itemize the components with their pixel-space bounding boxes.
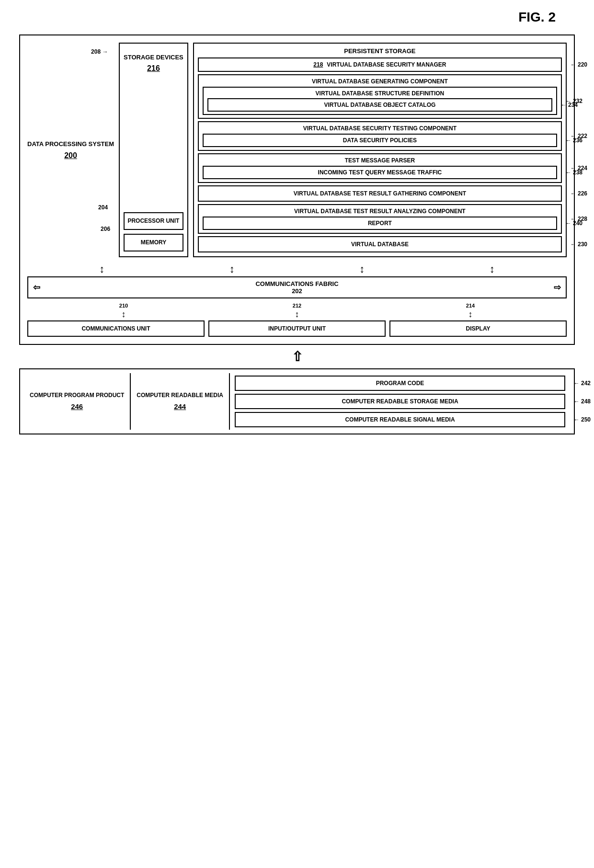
- storage-devices-label: STORAGE DEVICES: [124, 53, 183, 62]
- virtual-database-label: VIRTUAL DATABASE: [203, 241, 557, 248]
- ref-218: 218: [313, 61, 323, 68]
- arrow-4: ↕: [490, 263, 495, 275]
- ref-232: ← 232: [566, 98, 583, 104]
- io-boxes-row: COMMUNICATIONS UNIT INPUT/OUTPUT UNIT DI…: [27, 320, 567, 337]
- io-section: 210 ↕ 212 ↕ 214 ↕ COMMUNICATIONS UNIT: [27, 301, 567, 337]
- io-arrow-3: ↕: [384, 309, 557, 320]
- virtual-database-box: VIRTUAL DATABASE ← 230: [198, 236, 562, 252]
- arrow-2: ↕: [229, 263, 235, 275]
- io-unit-box: INPUT/OUTPUT UNIT: [208, 320, 386, 337]
- arrow-1: ↕: [99, 263, 104, 275]
- object-catalog-box: VIRTUAL DATABASE OBJECT CATALOG ← 234: [207, 98, 552, 112]
- dps-label: DATA PROCESSING SYSTEM: [27, 140, 114, 148]
- generating-component-label: VIRTUAL DATABASE GENERATING COMPONENT: [203, 78, 557, 85]
- structure-def-label: VIRTUAL DATABASE STRUCTURE DEFINITION: [207, 90, 552, 97]
- cpp-inner: COMPUTER PROGRAM PRODUCT 246 COMPUTER RE…: [24, 373, 570, 430]
- gathering-label: VIRTUAL DATABASE TEST RESULT GATHERING C…: [203, 190, 557, 197]
- security-testing-label: VIRTUAL DATABASE SECURITY TESTING COMPON…: [203, 125, 557, 132]
- comm-fabric-bar: ⇦ COMMUNICATIONS FABRIC 202 ⇨: [27, 276, 567, 298]
- incoming-label: INCOMING TEST QUERY MESSAGE TRAFFIC: [207, 169, 552, 176]
- security-testing-box: VIRTUAL DATABASE SECURITY TESTING COMPON…: [198, 121, 562, 151]
- io-ref-210: 210 ↕: [37, 301, 210, 320]
- ref-226: ← 226: [571, 190, 587, 197]
- ref-206-label: 206: [101, 225, 110, 233]
- cpp-right-col: PROGRAM CODE ← 242 COMPUTER READABLE STO…: [230, 373, 570, 430]
- cpp-ref-246: 246: [71, 401, 83, 411]
- incoming-box: INCOMING TEST QUERY MESSAGE TRAFFIC ← 23…: [203, 166, 557, 179]
- report-label: REPORT: [207, 220, 552, 227]
- figure-title: FIG. 2: [10, 10, 556, 25]
- io-ref-212: 212 ↕: [210, 301, 384, 320]
- signal-media-box: COMPUTER READABLE SIGNAL MEDIA ← 250: [235, 412, 565, 427]
- io-arrow-1: ↕: [37, 309, 210, 320]
- ref-224: ← 224: [571, 165, 587, 171]
- test-message-parser-box: TEST MESSAGE PARSER INCOMING TEST QUERY …: [198, 153, 562, 183]
- dps-number: 200: [64, 151, 77, 160]
- report-box: REPORT ← 240: [203, 217, 557, 230]
- policies-label: DATA SECURITY POLICIES: [207, 137, 552, 144]
- up-arrow-cpp: ⇧: [10, 349, 584, 365]
- io-arrows-row: 210 ↕ 212 ↕ 214 ↕: [27, 301, 567, 320]
- io-ref-214: 214 ↕: [384, 301, 557, 320]
- main-diagram: DATA PROCESSING SYSTEM 200 208 → STORAGE…: [19, 34, 575, 345]
- cpp-product-col: COMPUTER PROGRAM PRODUCT 246: [24, 373, 131, 430]
- storage-devices-box: 208 → STORAGE DEVICES 216 204 PROCESSOR …: [119, 43, 188, 257]
- memory-box: 206 MEMORY: [124, 234, 183, 251]
- ref-204-label: 204: [98, 204, 108, 212]
- comm-unit-box: COMMUNICATIONS UNIT: [27, 320, 205, 337]
- processor-box: 204 PROCESSOR UNIT: [124, 212, 183, 230]
- comm-fabric-label: COMMUNICATIONS FABRIC 202: [40, 280, 554, 295]
- page-container: FIG. 2 DATA PROCESSING SYSTEM 200 208 → …: [10, 10, 584, 434]
- persistent-storage-box: PERSISTENT STORAGE 218 VIRTUAL DATABASE …: [193, 43, 567, 257]
- ref-228: ← 228: [571, 216, 587, 222]
- ref-208: 208 →: [91, 48, 108, 55]
- security-manager-label: VIRTUAL DATABASE SECURITY MANAGER: [327, 61, 446, 68]
- crm-ref-244: 244: [174, 401, 186, 411]
- ref-230: ← 230: [571, 241, 587, 248]
- ref-250: ← 250: [574, 416, 591, 423]
- security-manager-box: 218 VIRTUAL DATABASE SECURITY MANAGER ← …: [198, 57, 562, 72]
- program-code-box: PROGRAM CODE ← 242: [235, 376, 565, 391]
- gathering-box: VIRTUAL DATABASE TEST RESULT GATHERING C…: [198, 185, 562, 202]
- ref-248: ← 248: [574, 398, 591, 405]
- ref-222: ← 222: [571, 133, 587, 139]
- ref-220: ← 220: [571, 61, 587, 68]
- generating-component-box: VIRTUAL DATABASE GENERATING COMPONENT VI…: [198, 74, 562, 119]
- right-arrow-icon: ⇨: [554, 282, 561, 293]
- structure-definition-box: VIRTUAL DATABASE STRUCTURE DEFINITION VI…: [203, 87, 557, 115]
- crm-col: COMPUTER READABLE MEDIA 244: [131, 373, 230, 430]
- arrow-3: ↕: [359, 263, 365, 275]
- storage-media-box: COMPUTER READABLE STORAGE MEDIA ← 248: [235, 394, 565, 409]
- analyzing-box: VIRTUAL DATABASE TEST RESULT ANALYZING C…: [198, 204, 562, 234]
- comm-fabric-section: ↕ ↕ ↕ ↕ ⇦ COMMUNICATIONS FABRIC 202 ⇨: [27, 263, 567, 298]
- analyzing-label: VIRTUAL DATABASE TEST RESULT ANALYZING C…: [203, 208, 557, 215]
- cpp-section: COMPUTER PROGRAM PRODUCT 246 COMPUTER RE…: [19, 368, 575, 434]
- persistent-storage-label: PERSISTENT STORAGE: [198, 47, 562, 55]
- display-box: DISPLAY: [389, 320, 567, 337]
- left-arrow-icon: ⇦: [33, 282, 40, 293]
- test-message-parser-label: TEST MESSAGE PARSER: [203, 157, 557, 164]
- object-catalog-label: VIRTUAL DATABASE OBJECT CATALOG: [212, 102, 548, 108]
- storage-devices-number: 216: [147, 64, 160, 73]
- policies-box: DATA SECURITY POLICIES ← 236: [203, 134, 557, 147]
- io-arrow-2: ↕: [210, 309, 384, 320]
- ref-242: ← 242: [574, 380, 591, 387]
- comm-arrows-row: ↕ ↕ ↕ ↕: [27, 263, 567, 275]
